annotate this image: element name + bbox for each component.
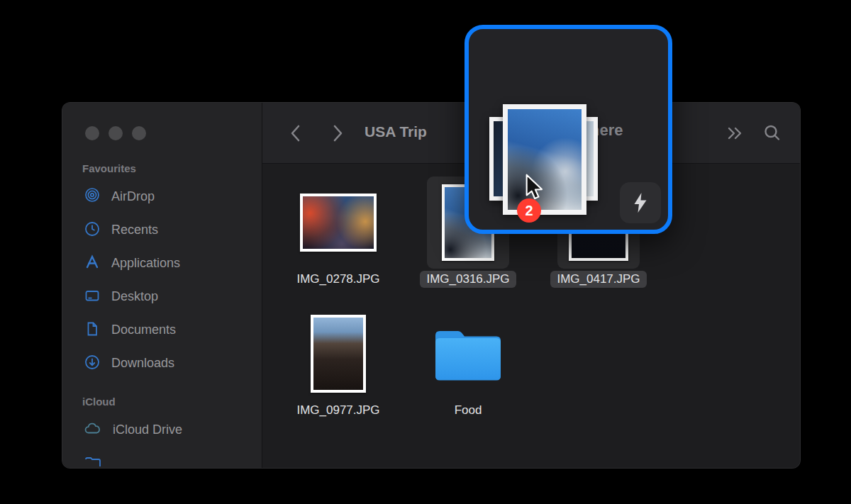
icloud-header: iCloud bbox=[62, 396, 262, 408]
file-name-label: IMG_0417.JPG bbox=[550, 271, 646, 288]
folder-icon bbox=[431, 324, 505, 383]
sidebar-item-desktop[interactable]: Desktop bbox=[62, 280, 262, 313]
sidebar: Favourites AirDrop Recents bbox=[62, 103, 262, 468]
sidebar-item-airdrop[interactable]: AirDrop bbox=[62, 180, 262, 213]
sidebar-item-label: Recents bbox=[111, 223, 158, 237]
photo-times-square bbox=[303, 196, 374, 249]
file-thumbnail[interactable] bbox=[297, 177, 379, 269]
zoom-button[interactable] bbox=[132, 126, 146, 140]
file-partial[interactable] bbox=[282, 445, 395, 468]
quick-action-button[interactable] bbox=[620, 182, 661, 223]
folder-thumbnail[interactable] bbox=[427, 308, 509, 400]
file-thumbnail[interactable] bbox=[297, 308, 379, 400]
double-chevron-icon bbox=[723, 123, 745, 143]
chevron-right-icon bbox=[328, 123, 347, 144]
desktop-background: Favourites AirDrop Recents bbox=[0, 0, 851, 504]
finder-window: Favourites AirDrop Recents bbox=[62, 103, 800, 468]
clock-icon bbox=[84, 220, 101, 240]
folder-food[interactable]: Food bbox=[411, 308, 525, 419]
lightning-icon bbox=[631, 191, 650, 214]
close-button[interactable] bbox=[85, 126, 99, 140]
file-name-label: IMG_0316.JPG bbox=[420, 271, 516, 288]
folder-title: USA Trip bbox=[365, 123, 427, 140]
sidebar-item-label: AirDrop bbox=[111, 189, 155, 204]
sidebar-item-label: Downloads bbox=[111, 356, 174, 371]
cloud-icon bbox=[84, 420, 102, 440]
more-toolbar-items-button[interactable] bbox=[722, 121, 746, 145]
document-icon bbox=[84, 320, 101, 340]
favourites-header: Favourites bbox=[62, 162, 262, 174]
minimize-button[interactable] bbox=[109, 126, 123, 140]
file-name-label: IMG_0278.JPG bbox=[290, 271, 386, 288]
arrow-cursor-icon bbox=[521, 173, 545, 204]
search-icon bbox=[762, 123, 782, 143]
sidebar-item-documents[interactable]: Documents bbox=[62, 313, 262, 347]
chevron-left-icon bbox=[287, 123, 305, 144]
sidebar-item-label: Applications bbox=[111, 256, 180, 271]
download-icon bbox=[84, 354, 101, 374]
photo-row-nyc bbox=[313, 318, 363, 390]
shared-folder-icon bbox=[84, 454, 102, 469]
airdrop-icon bbox=[84, 187, 101, 207]
forward-button[interactable] bbox=[326, 121, 350, 145]
back-button[interactable] bbox=[284, 121, 308, 145]
sidebar-item-label: Documents bbox=[111, 323, 176, 337]
favourites-list: AirDrop Recents Applications bbox=[62, 180, 262, 380]
drop-zone-panel[interactable]: Drop files here 2 bbox=[465, 25, 672, 234]
search-button[interactable] bbox=[760, 121, 784, 145]
file-thumbnail[interactable] bbox=[297, 445, 379, 468]
sidebar-item-recents[interactable]: Recents bbox=[62, 213, 262, 247]
applications-icon bbox=[84, 254, 101, 274]
file-name-label: Food bbox=[448, 402, 489, 419]
icloud-list: iCloud Drive bbox=[62, 413, 262, 468]
desktop-icon bbox=[84, 287, 101, 307]
file-img-0278[interactable]: IMG_0278.JPG bbox=[282, 177, 395, 288]
file-img-0977[interactable]: IMG_0977.JPG bbox=[282, 308, 395, 419]
sidebar-item-downloads[interactable]: Downloads bbox=[62, 347, 262, 380]
sidebar-item-icloud-drive[interactable]: iCloud Drive bbox=[62, 413, 262, 447]
sidebar-item-label: Desktop bbox=[111, 289, 158, 304]
file-name-label: IMG_0977.JPG bbox=[290, 402, 386, 419]
sidebar-item-label: iCloud Drive bbox=[113, 422, 182, 437]
sidebar-item-applications[interactable]: Applications bbox=[62, 247, 262, 280]
window-controls bbox=[85, 126, 146, 140]
sidebar-item-partial[interactable] bbox=[62, 447, 262, 468]
